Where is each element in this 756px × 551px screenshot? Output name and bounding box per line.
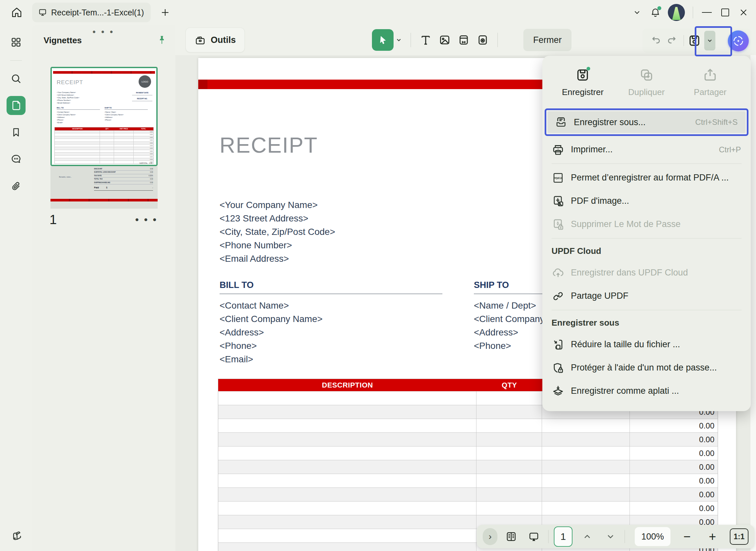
new-tab-button[interactable] [158,5,172,20]
mini-payment-block: PAYMENT DATE RECEIPT NO. [132,92,152,103]
outils-label: Outils [211,35,236,45]
toolbar-divider [497,33,498,47]
user-avatar[interactable] [668,4,685,21]
image-tool-button[interactable] [435,30,454,49]
ai-assistant-button[interactable] [728,30,749,51]
statusbar-divider [625,530,625,543]
menu-item-enregistrer-sous[interactable]: Enregistrer sous... Ctrl+Shift+S [547,111,746,133]
menu-item-pdf-image[interactable]: PDF d'image... [542,189,751,212]
vertical-scrollbar[interactable] [750,55,756,551]
notification-badge [657,6,661,10]
sidebar-divider [10,60,22,61]
mini-total-line: DISCOUNT0.00 [94,167,153,171]
compress-tool-button[interactable] [454,30,473,49]
company-info-block: <Your Company Name> <123 Street Address>… [220,198,335,265]
save-toolbar-group [642,28,751,53]
mini-paid-row: Paid$- [94,186,153,191]
menu-quick-dupliquer[interactable]: Dupliquer [615,67,678,97]
menu-item-enregistrer-updf-cloud[interactable]: Enregistrer dans UPDF Cloud [542,261,751,285]
mini-table-row: 0.00 [55,130,153,133]
mini-total-line: TAX RATE0.00% [94,174,153,177]
menu-item-pdfa[interactable]: PDF/A Permet d’enregistrer au format PDF… [542,166,751,189]
select-tool-button[interactable] [372,29,394,51]
menu-quick-enregistrer[interactable]: Enregistrer [551,67,615,97]
zoom-level-input[interactable]: 100% [635,527,671,546]
redo-button[interactable] [664,32,681,49]
maximize-icon [721,9,729,16]
thumbnail-more-button[interactable]: • • • [135,214,157,225]
mini-table-row: 0.00 [55,155,153,158]
mini-subtotal: SUBTOTAL 0.00 [139,162,152,164]
home-button[interactable] [7,3,26,22]
save-dropdown-menu: Enregistrer Dupliquer Partager Enreg [542,56,751,411]
menu-quick-partager[interactable]: Partager [678,67,742,97]
maximize-button[interactable] [716,3,734,22]
mini-table-row: 0.00 [55,138,153,141]
menu-item-proteger-mot-de-passe[interactable]: Protéger à l'aide d'un mot de passe... [542,356,751,379]
mini-total-line: TOTAL TAX0.00 [94,177,153,181]
select-tool-dropdown[interactable] [396,37,402,43]
menu-divider [551,310,742,310]
tabs-dropdown-button[interactable] [628,3,646,22]
fermer-button[interactable]: Fermer [523,29,572,51]
sidebar-item-search[interactable] [7,69,26,88]
table-row: 0.00 [218,432,718,446]
undo-button[interactable] [647,32,664,49]
save-button[interactable] [687,33,702,48]
sidebar-item-attachments[interactable] [7,176,26,195]
pin-icon[interactable] [157,35,167,46]
cloud-upload-icon [551,266,565,280]
sidebar-item-panels[interactable] [7,33,26,52]
table-row: 0.00 [218,419,718,432]
sidebar-item-thumbnails[interactable] [7,96,26,115]
mini-bill-ship: BILL TO <Contact Name><Client Company Na… [57,107,152,124]
notifications-button[interactable] [646,3,665,22]
receipt-title: RECEIPT [220,133,318,157]
previous-page-button[interactable] [579,528,596,545]
table-row: 0.00 [218,501,718,515]
mini-table-row: 0.00 [55,160,153,163]
monitor-icon [38,8,47,17]
page-layout-button[interactable] [502,527,520,546]
minimize-icon [702,12,712,13]
sidebar-item-bookmarks[interactable] [7,123,26,142]
pdfa-icon: PDF/A [551,171,565,185]
cursor-icon [377,34,388,46]
save-as-icon [554,115,568,129]
flatten-layers-icon [551,384,565,398]
mini-table-row: 0.00 [55,150,153,152]
page-number-input[interactable]: 1 [554,526,573,547]
outils-button[interactable]: Outils [185,28,245,52]
mini-bottom-red-bar [50,199,157,201]
save-dropdown-button[interactable] [704,31,715,50]
updf-app-window: Receipt-Tem...-1-Excel(1) [0,0,756,551]
next-page-button[interactable] [602,528,619,545]
sidebar-item-comments[interactable] [7,150,26,169]
minimize-button[interactable] [698,3,716,22]
zoom-in-button[interactable]: + [704,528,721,545]
page-thumbnail-outside-view[interactable]: Remarks, notes... DISCOUNT0.00SUBTOTAL L… [50,166,157,209]
page-thumbnail[interactable]: RECEIPT LOGO <Your Company Name><123 Str… [50,67,157,166]
share-icon [702,67,718,83]
presentation-mode-button[interactable] [525,527,543,546]
menu-item-imprimer[interactable]: Imprimer... Ctrl+P [542,138,751,161]
toolbar-divider [684,35,684,46]
zoom-out-button[interactable]: − [678,528,696,545]
menu-item-reduire-taille[interactable]: Réduire la taille du fichier ... [542,333,751,356]
page-pin-tool-button[interactable] [473,30,492,49]
bill-to-block: BILL TO <Contact Name> <Client Company N… [220,280,442,366]
menu-item-partage-updf[interactable]: Partage UPDF [542,285,751,308]
mini-receipt-title: RECEIPT [57,79,83,86]
pdf-image-icon [551,194,565,208]
sidebar-item-appearance[interactable] [7,526,26,545]
collapse-statusbar-button[interactable]: › [483,528,497,545]
menu-item-supprimer-mot-de-passe[interactable]: Supprimer Le Mot de Passe [542,212,751,236]
document-tab[interactable]: Receipt-Tem...-1-Excel(1) [32,3,151,22]
menu-item-enregistrer-aplati[interactable]: Enregistrer comme aplati ... [542,379,751,403]
mini-table-row: 0.00 [55,158,153,160]
mini-table-row: 0.00 [55,136,153,138]
table-row: 0.00 [218,446,718,460]
text-tool-button[interactable] [416,30,435,49]
close-button[interactable] [734,3,753,22]
actual-size-button[interactable]: 1:1 [730,528,748,545]
